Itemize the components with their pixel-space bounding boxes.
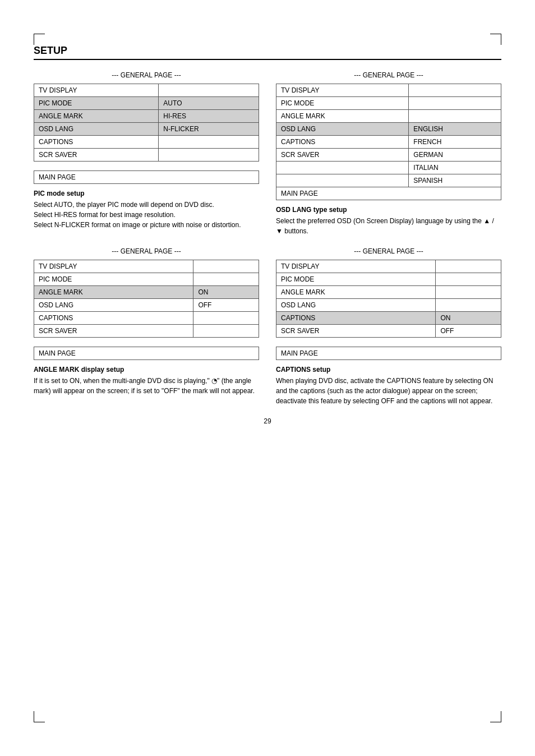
- menu-value-pic-mode: AUTO: [159, 97, 259, 110]
- menu-value-angle-mark: HI-RES: [159, 110, 259, 123]
- menu-value-italian: ITALIAN: [409, 162, 501, 174]
- table-row: OSD LANG: [276, 299, 501, 312]
- top-right-column: --- GENERAL PAGE --- TV DISPLAY PIC MODE…: [276, 71, 501, 236]
- top-right-label: --- GENERAL PAGE ---: [276, 71, 501, 79]
- top-right-menu: TV DISPLAY PIC MODE ANGLE MARK OSD LANG …: [276, 84, 501, 200]
- table-row: SCR SAVER: [34, 149, 259, 162]
- table-row: CAPTIONS ON: [276, 312, 501, 325]
- menu-item-tv-display: TV DISPLAY: [276, 260, 436, 273]
- menu-item-blank1: [276, 162, 409, 174]
- menu-value-scr-saver: [159, 149, 259, 162]
- table-row: ANGLE MARK ON: [34, 286, 259, 299]
- menu-item-tv-display: TV DISPLAY: [34, 84, 159, 97]
- table-row: OSD LANG ENGLISH: [276, 123, 501, 136]
- menu-value-osd-lang: N-FLICKER: [159, 123, 259, 136]
- top-section: --- GENERAL PAGE --- TV DISPLAY PIC MODE…: [34, 71, 501, 236]
- table-row: ANGLE MARK: [276, 110, 501, 123]
- page-title: SETUP: [34, 45, 501, 60]
- menu-value-angle-mark: [409, 110, 501, 123]
- table-row: PIC MODE AUTO: [34, 97, 259, 110]
- menu-item-captions: CAPTIONS: [34, 312, 193, 325]
- table-row: CAPTIONS: [34, 136, 259, 149]
- menu-item-angle-mark: ANGLE MARK: [276, 110, 409, 123]
- table-row: PIC MODE: [276, 273, 501, 286]
- menu-value-english: ENGLISH: [409, 123, 501, 136]
- menu-item-scr-saver: SCR SAVER: [34, 149, 159, 162]
- menu-item-captions: CAPTIONS: [34, 136, 159, 149]
- table-row: PIC MODE: [276, 97, 501, 110]
- osd-lang-desc-title: OSD LANG type setup: [276, 206, 501, 214]
- pic-mode-desc: PIC mode setup Select AUTO, the player P…: [34, 190, 259, 230]
- angle-mark-desc-text: If it is set to ON, when the multi-angle…: [34, 376, 259, 396]
- table-row: TV DISPLAY: [34, 260, 259, 273]
- bottom-right-menu: TV DISPLAY PIC MODE ANGLE MARK OSD LANG …: [276, 260, 501, 360]
- menu-value-pic-mode: [409, 97, 501, 110]
- pic-mode-desc-title: PIC mode setup: [34, 190, 259, 197]
- corner-mark-tl: [34, 34, 45, 45]
- corner-mark-bl: [34, 711, 45, 722]
- table-row: SCR SAVER OFF: [276, 325, 501, 338]
- menu-value-german: GERMAN: [409, 149, 501, 162]
- menu-item-angle-mark: ANGLE MARK: [34, 110, 159, 123]
- table-row: ANGLE MARK HI-RES: [34, 110, 259, 123]
- menu-item-captions: CAPTIONS: [276, 312, 436, 325]
- menu-item-pic-mode: PIC MODE: [276, 97, 409, 110]
- main-page-label: MAIN PAGE: [276, 187, 501, 200]
- menu-item-angle-mark: ANGLE MARK: [34, 286, 193, 299]
- angle-mark-desc-title: ANGLE MARK display setup: [34, 366, 259, 374]
- menu-value-tv-display: [159, 84, 259, 97]
- table-row: PIC MODE: [34, 273, 259, 286]
- captions-desc: CAPTIONS setup When playing DVD disc, ac…: [276, 366, 501, 406]
- menu-item-scr-saver: SCR SAVER: [276, 149, 409, 162]
- corner-mark-br: [490, 711, 501, 722]
- main-page-label: MAIN PAGE: [34, 171, 259, 184]
- osd-lang-desc: OSD LANG type setup Select the preferred…: [276, 206, 501, 236]
- corner-mark-tr: [490, 34, 501, 45]
- table-row-main-page: MAIN PAGE: [276, 347, 501, 360]
- menu-value-tv-display: [436, 260, 501, 273]
- menu-item-blank2: [276, 174, 409, 187]
- table-row: OSD LANG OFF: [34, 299, 259, 312]
- menu-value-tv-display: [193, 260, 259, 273]
- table-row: TV DISPLAY: [34, 84, 259, 97]
- top-left-label: --- GENERAL PAGE ---: [34, 71, 259, 79]
- top-left-menu: TV DISPLAY PIC MODE AUTO ANGLE MARK HI-R…: [34, 84, 259, 184]
- menu-item-pic-mode: PIC MODE: [34, 97, 159, 110]
- spacer-row: [276, 338, 501, 343]
- table-row: OSD LANG N-FLICKER: [34, 123, 259, 136]
- spacer-row: [34, 342, 259, 347]
- spacer-row: [34, 162, 259, 167]
- bottom-section: --- GENERAL PAGE --- TV DISPLAY PIC MODE…: [34, 247, 501, 406]
- table-row: CAPTIONS FRENCH: [276, 136, 501, 149]
- menu-item-osd-lang: OSD LANG: [276, 123, 409, 136]
- menu-item-scr-saver: SCR SAVER: [276, 325, 436, 338]
- menu-item-pic-mode: PIC MODE: [276, 273, 436, 286]
- table-row-main-page: MAIN PAGE: [276, 187, 501, 200]
- angle-mark-desc: ANGLE MARK display setup If it is set to…: [34, 366, 259, 396]
- menu-item-tv-display: TV DISPLAY: [34, 260, 193, 273]
- menu-value-french: FRENCH: [409, 136, 501, 149]
- table-row-main-page: MAIN PAGE: [34, 347, 259, 360]
- table-row: SCR SAVER GERMAN: [276, 149, 501, 162]
- bottom-left-column: --- GENERAL PAGE --- TV DISPLAY PIC MODE…: [34, 247, 259, 406]
- spacer-row: [34, 166, 259, 171]
- menu-item-osd-lang: OSD LANG: [34, 123, 159, 136]
- menu-item-angle-mark: ANGLE MARK: [276, 286, 436, 299]
- table-row: ITALIAN: [276, 162, 501, 174]
- menu-value-spanish: SPANISH: [409, 174, 501, 187]
- table-row-main-page: MAIN PAGE: [34, 171, 259, 184]
- menu-value-scr-saver: [193, 325, 259, 338]
- top-left-column: --- GENERAL PAGE --- TV DISPLAY PIC MODE…: [34, 71, 259, 236]
- menu-value-pic-mode: [436, 273, 501, 286]
- page-number: 29: [34, 417, 501, 425]
- table-row: ANGLE MARK: [276, 286, 501, 299]
- menu-value-pic-mode: [193, 273, 259, 286]
- osd-lang-desc-text: Select the preferred OSD (On Screen Disp…: [276, 216, 501, 236]
- menu-value-captions: [193, 312, 259, 325]
- table-row: TV DISPLAY: [276, 260, 501, 273]
- menu-item-scr-saver: SCR SAVER: [34, 325, 193, 338]
- spacer-row: [276, 342, 501, 347]
- bottom-right-column: --- GENERAL PAGE --- TV DISPLAY PIC MODE…: [276, 247, 501, 406]
- bottom-left-label: --- GENERAL PAGE ---: [34, 247, 259, 255]
- table-row: TV DISPLAY: [276, 84, 501, 97]
